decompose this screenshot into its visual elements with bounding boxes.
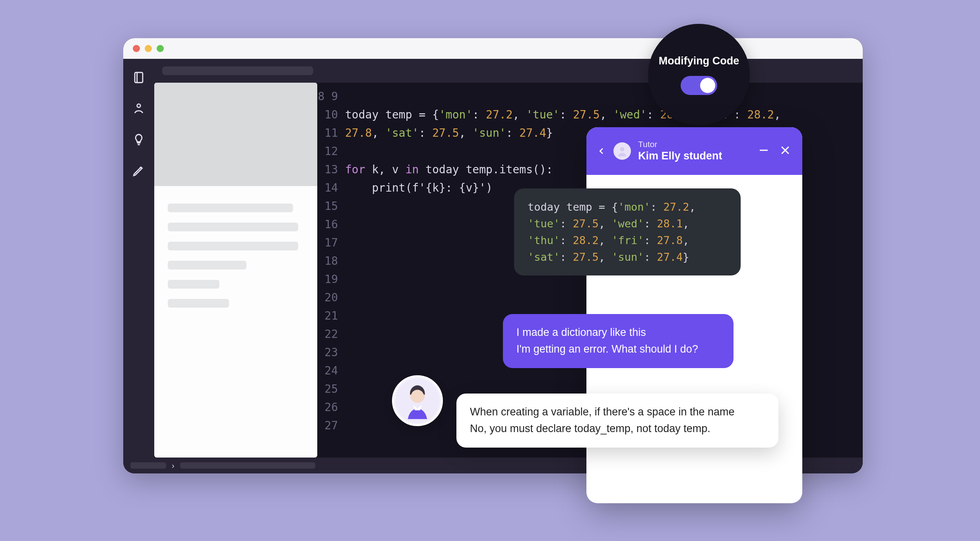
chat-header: Tutor Kim Elly student <box>586 127 802 175</box>
badge-label: Modifying Code <box>659 55 739 67</box>
back-button[interactable] <box>598 147 606 155</box>
line-gutter: 8 9 10 11 12 13 14 15 16 17 18 19 20 21 … <box>317 87 345 458</box>
tutor-avatar <box>392 375 443 426</box>
chat-tutor-bubble: When creating a variable, if there's a s… <box>456 394 778 448</box>
minimize-chat-button[interactable] <box>758 144 770 158</box>
pencil-icon[interactable] <box>131 163 146 178</box>
activity-bar <box>123 59 154 458</box>
chat-name: Kim Elly student <box>638 149 751 163</box>
minimize-window-button[interactable] <box>145 45 152 52</box>
user-msg-line: I'm getting an error. What should I do? <box>516 341 720 358</box>
breadcrumb-caret-icon: › <box>172 461 175 470</box>
status-placeholder <box>180 462 315 469</box>
close-window-button[interactable] <box>133 45 140 52</box>
close-chat-button[interactable] <box>779 144 791 158</box>
explorer-panel <box>154 83 317 458</box>
svg-rect-0 <box>135 72 143 83</box>
user-msg-line: I made a dictionary like this <box>516 324 720 341</box>
modifying-code-toggle[interactable] <box>681 76 717 95</box>
file-placeholder <box>168 223 298 231</box>
file-placeholder <box>168 280 219 289</box>
file-placeholder <box>168 242 298 250</box>
chat-user-bubble: I made a dictionary like this I'm gettin… <box>503 314 734 368</box>
titlebar <box>123 38 863 59</box>
svg-point-3 <box>620 147 625 151</box>
toggle-knob <box>700 78 715 93</box>
file-placeholder <box>168 204 293 212</box>
file-placeholder <box>168 299 229 308</box>
tutor-msg-line: No, you must declare today_temp, not tod… <box>470 421 765 437</box>
person-hand-icon[interactable] <box>131 101 146 116</box>
panel-header-placeholder <box>154 83 317 186</box>
maximize-window-button[interactable] <box>157 45 164 52</box>
svg-point-2 <box>137 104 141 108</box>
chat-avatar <box>613 142 631 160</box>
chat-role: Tutor <box>638 139 751 149</box>
lightbulb-check-icon[interactable] <box>131 132 146 147</box>
tab-strip <box>154 59 863 83</box>
modifying-code-badge: Modifying Code <box>648 24 750 126</box>
tutor-msg-line: When creating a variable, if there's a s… <box>470 404 765 421</box>
file-placeholder <box>168 261 246 270</box>
tab-placeholder <box>162 66 313 75</box>
chat-code-bubble: today temp = {'mon': 27.2, 'tue': 27.5, … <box>514 188 741 275</box>
book-icon[interactable] <box>131 70 146 85</box>
status-placeholder <box>130 462 166 469</box>
